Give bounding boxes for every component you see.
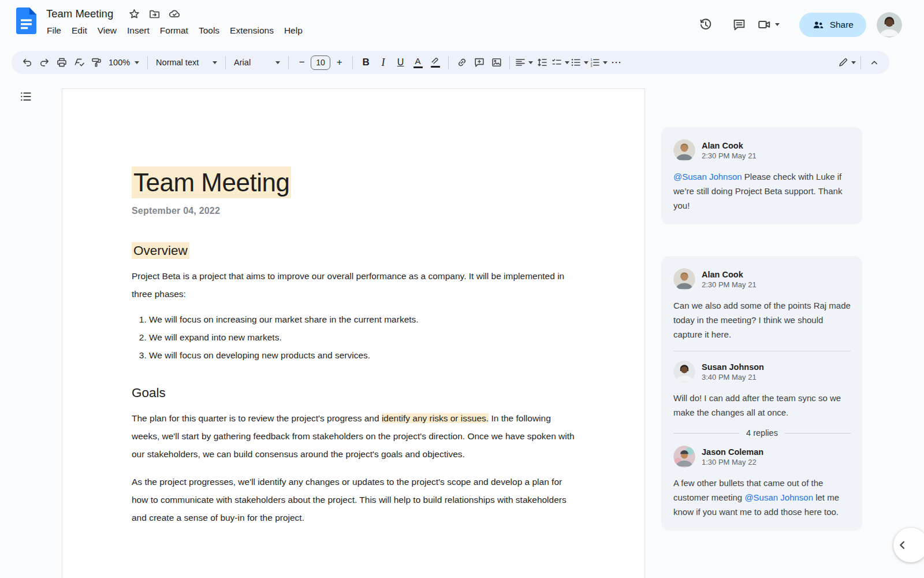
document-outline-icon [19, 90, 33, 103]
line-spacing-icon [536, 57, 548, 68]
goals-paragraph-1[interactable]: The plan for this quarter is to review t… [132, 409, 575, 463]
toolbar-divider [509, 56, 510, 69]
toolbar-divider [448, 56, 449, 69]
comment-card[interactable]: Alan Cook 2:30 PM May 21 Can we also add… [661, 256, 862, 531]
show-outline-button[interactable] [16, 87, 36, 106]
menu-tools[interactable]: Tools [193, 24, 225, 38]
mention-link[interactable]: @Susan Johnson [673, 172, 742, 181]
overview-heading[interactable]: Overview [132, 243, 575, 258]
menu-bar: File Edit View Insert Format Tools Exten… [42, 24, 308, 38]
redo-icon [39, 57, 50, 68]
highlight-color-button[interactable] [427, 54, 444, 71]
font-size-input[interactable]: 10 [311, 55, 330, 70]
bulleted-list-icon [570, 57, 582, 68]
move-to-folder-button[interactable] [146, 6, 162, 22]
join-call-button[interactable] [757, 17, 780, 32]
bulleted-list-button[interactable] [570, 54, 588, 71]
chevron-down-icon [584, 61, 588, 64]
overview-paragraph[interactable]: Project Beta is a project that aims to i… [132, 267, 575, 303]
document-title[interactable]: Team Meeting [44, 6, 116, 21]
chevron-down-icon [851, 61, 856, 64]
undo-icon [21, 57, 33, 68]
comment-add-icon [474, 57, 485, 68]
add-comment-button[interactable] [471, 54, 487, 71]
line-spacing-button[interactable] [534, 54, 550, 71]
replies-count-label: 4 replies [746, 428, 778, 438]
open-comments-button[interactable] [726, 12, 752, 38]
toolbar-divider [225, 56, 226, 69]
numbered-list-button[interactable]: 123 [589, 54, 608, 71]
pen-icon [837, 57, 849, 68]
chevron-up-icon [869, 57, 880, 68]
menu-insert[interactable]: Insert [122, 24, 155, 38]
link-icon [456, 57, 468, 68]
zoom-select[interactable]: 100% [105, 54, 143, 71]
star-icon [128, 8, 140, 20]
star-button[interactable] [126, 6, 142, 22]
menu-edit[interactable]: Edit [66, 24, 92, 38]
account-avatar[interactable] [877, 12, 902, 38]
underline-button[interactable]: U [392, 54, 409, 71]
comment-time: 3:40 PM May 21 [702, 373, 764, 381]
google-docs-icon[interactable] [16, 8, 36, 34]
editing-mode-button[interactable] [837, 54, 856, 71]
comment-text: A few other bullets that came out of the… [673, 476, 851, 519]
expand-replies[interactable]: 4 replies [673, 428, 851, 438]
doc-title-text[interactable]: Team Meeting [132, 168, 575, 198]
mention-link[interactable]: @Susan Johnson [744, 492, 813, 502]
increase-font-size-button[interactable]: + [331, 54, 348, 71]
toolbar-divider [147, 56, 148, 69]
spell-check-button[interactable] [70, 54, 87, 71]
avatar [673, 446, 695, 468]
toolbar-divider [860, 56, 861, 69]
spellcheck-icon [73, 57, 85, 68]
italic-button[interactable]: I [375, 54, 392, 71]
checklist-button[interactable] [551, 54, 569, 71]
font-select[interactable]: Arial [230, 54, 284, 71]
document-status-button[interactable] [166, 6, 182, 22]
menu-format[interactable]: Format [155, 24, 193, 38]
align-left-icon [515, 57, 526, 68]
print-icon [56, 57, 68, 68]
more-options-button[interactable]: ⋯ [608, 54, 625, 71]
chevron-down-icon [275, 61, 280, 64]
chevron-down-icon [775, 23, 780, 26]
toolbar-divider [352, 56, 353, 69]
list-item[interactable]: We will expand into new markets. [149, 328, 575, 346]
top-bar: Team Meeting File Edit View Ins [0, 0, 924, 49]
align-button[interactable] [515, 54, 533, 71]
menu-view[interactable]: View [92, 24, 122, 38]
share-people-icon [812, 18, 825, 31]
chevron-left-icon [896, 538, 910, 552]
goals-heading[interactable]: Goals [132, 386, 575, 401]
version-history-button[interactable] [692, 12, 719, 38]
decrease-font-size-button[interactable]: − [293, 54, 310, 71]
hide-side-panel-button[interactable] [893, 528, 924, 562]
avatar [673, 268, 695, 290]
list-item[interactable]: We will focus on developing new products… [149, 346, 575, 364]
print-button[interactable] [53, 54, 70, 71]
chevron-down-icon [528, 61, 533, 64]
formatting-toolbar: 100% Normal text Arial − 10 + B I U A [12, 51, 889, 74]
menu-file[interactable]: File [42, 24, 66, 38]
menu-extensions[interactable]: Extensions [225, 24, 279, 38]
share-button[interactable]: Share [799, 13, 866, 37]
document-page[interactable]: Team Meeting September 04, 2022 Overview… [62, 88, 645, 578]
menu-help[interactable]: Help [279, 24, 308, 38]
doc-date-text[interactable]: September 04, 2022 [132, 206, 575, 216]
comment-card[interactable]: Alan Cook 2:30 PM May 21 @Susan Johnson … [661, 127, 862, 224]
goals-paragraph-2[interactable]: As the project progresses, we'll identif… [132, 473, 575, 527]
undo-button[interactable] [18, 54, 35, 71]
paint-format-button[interactable] [88, 54, 105, 71]
chevron-down-icon [213, 61, 217, 64]
bold-button[interactable]: B [357, 54, 374, 71]
text-color-button[interactable]: A [409, 54, 426, 71]
redo-button[interactable] [36, 54, 53, 71]
videocam-icon [757, 17, 772, 32]
insert-image-button[interactable] [488, 54, 505, 71]
paragraph-style-select[interactable]: Normal text [152, 54, 221, 71]
collapse-toolbar-button[interactable] [866, 54, 882, 71]
list-item[interactable]: We will focus on increasing our market s… [149, 310, 575, 328]
insert-link-button[interactable] [453, 54, 470, 71]
comment-text: Will do! I can add after the team sync s… [673, 391, 851, 420]
